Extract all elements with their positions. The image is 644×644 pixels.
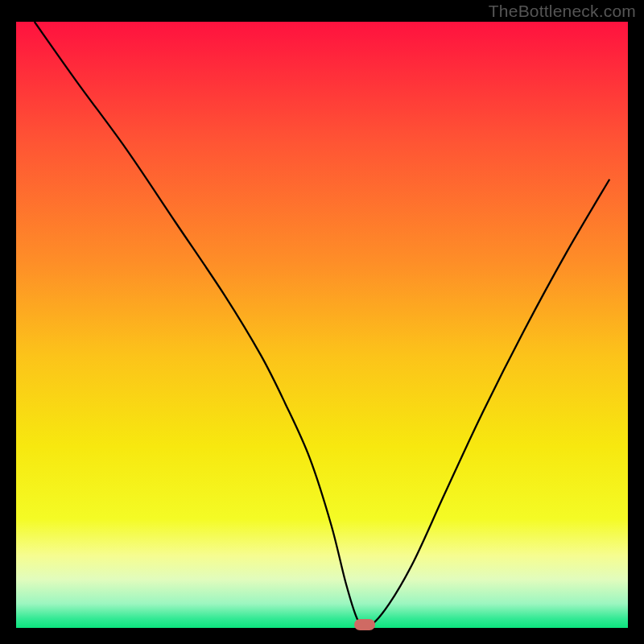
- curve-layer: [16, 22, 628, 628]
- chart-frame: TheBottleneck.com: [0, 0, 644, 644]
- plot-area: [16, 22, 628, 628]
- min-marker: [354, 619, 375, 630]
- bottleneck-curve: [35, 22, 609, 627]
- watermark-text: TheBottleneck.com: [489, 2, 636, 21]
